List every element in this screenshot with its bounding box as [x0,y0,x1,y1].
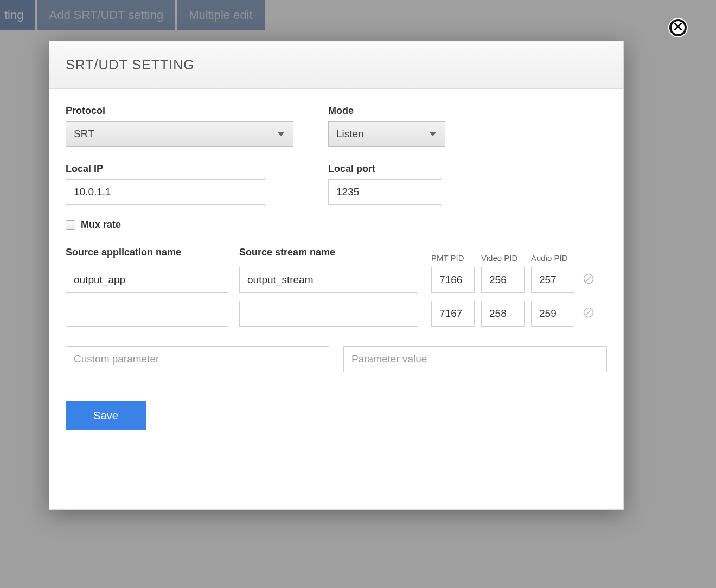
local-port-label: Local port [328,163,442,175]
srt-udt-setting-modal: SRT/UDT SETTING Protocol SRT Mode Listen [49,41,624,510]
remove-source-button[interactable] [582,307,595,320]
svg-line-3 [586,310,591,315]
source-row [66,301,607,327]
close-icon [674,23,682,33]
mode-value: Listen [329,128,420,140]
local-ip-input[interactable] [66,179,266,205]
audio-pid-input[interactable] [531,267,574,293]
video-pid-label: Video PID [481,253,525,263]
mux-rate-label: Mux rate [81,219,121,231]
source-app-input[interactable] [66,301,228,327]
pmt-pid-input[interactable] [431,267,475,293]
custom-parameter-input[interactable] [66,346,329,372]
chevron-down-icon [429,132,437,136]
close-button[interactable] [669,19,687,36]
mode-dropdown-button[interactable] [420,122,445,146]
video-pid-input[interactable] [481,301,525,327]
local-port-input[interactable] [328,179,442,205]
modal-header: SRT/UDT SETTING [49,41,623,89]
modal-body: Protocol SRT Mode Listen [49,89,623,509]
cancel-icon [583,273,594,286]
source-stream-input[interactable] [239,301,418,327]
mux-rate-checkbox[interactable] [66,220,75,230]
protocol-dropdown-button[interactable] [268,122,293,146]
cancel-icon [583,307,594,320]
protocol-label: Protocol [66,105,293,117]
source-row [66,267,607,293]
audio-pid-input[interactable] [531,301,574,327]
source-app-input[interactable] [66,267,228,293]
audio-pid-label: Audio PID [531,253,574,263]
video-pid-input[interactable] [481,267,525,293]
pmt-pid-label: PMT PID [431,253,475,263]
protocol-value: SRT [66,128,268,140]
mode-label: Mode [328,105,445,117]
save-button[interactable]: Save [66,401,146,430]
pmt-pid-input[interactable] [431,301,475,327]
chevron-down-icon [277,132,285,136]
source-app-label: Source application name [66,247,228,258]
mode-select[interactable]: Listen [328,121,445,147]
source-stream-input[interactable] [239,267,418,293]
source-stream-label: Source stream name [239,247,418,258]
svg-line-1 [586,276,591,282]
protocol-select[interactable]: SRT [66,121,293,147]
parameter-value-input[interactable] [343,346,607,372]
modal-title: SRT/UDT SETTING [66,57,195,73]
local-ip-label: Local IP [66,163,266,175]
remove-source-button[interactable] [582,273,595,286]
